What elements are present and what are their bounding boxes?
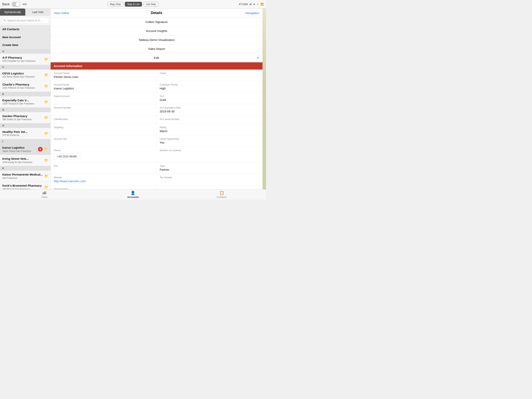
sales-report-button[interactable]: Sales Report xyxy=(51,45,262,53)
check-icon: ✓ xyxy=(257,3,259,6)
map-and-list-button[interactable]: Map & List xyxy=(125,2,142,7)
main-layout: Alphabetically Last Visit All Contacts ›… xyxy=(0,9,266,189)
new-account-item[interactable]: New Account xyxy=(0,33,51,41)
chevron-right-icon: › xyxy=(48,28,49,31)
search-bar xyxy=(0,16,51,25)
list-item-irving-street[interactable]: Irving Street Vete... 1434 Irving St San… xyxy=(0,155,51,166)
phone-field: Phone +49 2203 96490 xyxy=(51,147,157,162)
status-bar: Back 👓 Map Only Map & List List Only 47/… xyxy=(0,0,266,9)
section-header-i: I xyxy=(0,139,51,144)
wifi-icon: 📶 xyxy=(260,3,264,6)
sort-alphabetically-tab[interactable]: Alphabetically xyxy=(0,9,25,16)
upsell-opportunity-field: Upsell Opportunity Yes xyxy=(157,135,262,147)
account-number-field: Account Number xyxy=(51,104,157,116)
list-item-kaiser[interactable]: Kaiser Permanente Medical... San Francis… xyxy=(0,171,51,182)
section-header-h: H xyxy=(0,123,51,128)
navigation-button[interactable]: Navigation xyxy=(246,11,259,15)
section-header-a: A xyxy=(0,49,51,54)
contacts-icon: 📋 xyxy=(219,191,224,195)
tab-cities[interactable]: 🏙 Cities xyxy=(0,190,89,199)
folder-icon: 📁 xyxy=(44,131,49,135)
account-info-header: Account Information xyxy=(51,62,262,70)
map-background xyxy=(263,9,266,189)
toggle-switch[interactable] xyxy=(12,2,20,7)
phone-number-button[interactable]: +49 2203 96490 xyxy=(54,153,80,160)
folder-icon: 📁 xyxy=(44,73,49,77)
list-only-button[interactable]: List Only xyxy=(144,2,158,7)
view-mode-selector: Map Only Map & List List Only xyxy=(108,2,158,7)
number-of-locations-field: Number of Locations xyxy=(157,147,262,162)
account-owner-field: Account Owner Pitcher Demo User xyxy=(51,70,157,81)
list-item-garden-pharmacy[interactable]: Garden Pharmacy 390 Sutter St San Franci… xyxy=(0,112,51,123)
website-field: Website http://www.icarusinc.com xyxy=(51,174,157,185)
back-button[interactable]: Back xyxy=(2,2,10,6)
list-item-charlies-pharmacy[interactable]: Charlie's Pharmacy 1101 Fillmore St San … xyxy=(0,81,51,92)
folder-icon: 📁 xyxy=(44,84,49,88)
folder-icon: 📁 xyxy=(44,185,49,189)
status-bar-right: 47/1068 ⊞ ➤ ✓ 📶 xyxy=(239,3,264,6)
type-field: Type Partner xyxy=(157,162,262,174)
tab-accounts[interactable]: 👤 Accounts xyxy=(89,190,177,199)
detail-title: Details xyxy=(151,11,162,15)
all-contacts-item[interactable]: All Contacts › xyxy=(0,25,51,33)
map-panel xyxy=(262,9,266,189)
empty-field-right xyxy=(157,185,262,189)
list-item-kecks-pharmacy[interactable]: Keck's-Broemmel Pharmacy 490 Post St San… xyxy=(0,182,51,189)
tab-accounts-label: Accounts xyxy=(127,196,139,199)
grid-icon: ⊞ xyxy=(249,3,252,6)
folder-icon: 📁 xyxy=(44,174,49,178)
active-field: Active xyxy=(157,70,262,81)
tax-number-field: Tax Number xyxy=(157,174,262,185)
tab-bar: 🏙 Cities 👤 Accounts 📋 Contacts xyxy=(0,189,266,200)
list-item-ap-pharmacy[interactable]: A-P Pharmacy 535 Crestlake Dr San Franci… xyxy=(0,54,51,65)
detail-actions: Collect Signature Account Insights Table… xyxy=(51,18,262,62)
section-header-e: E xyxy=(0,92,51,97)
tab-contacts[interactable]: 📋 Contacts xyxy=(177,190,266,199)
tableau-demo-button[interactable]: Tableau Demo Visualization xyxy=(51,35,262,45)
edit-pencil-icon: ✏ xyxy=(257,56,259,60)
sort-tabs: Alphabetically Last Visit xyxy=(0,9,51,16)
fax-field: Fax xyxy=(51,162,157,174)
chevron-right-icon-2: › xyxy=(48,44,49,46)
detail-panel: View Online Details Navigation Collect S… xyxy=(51,9,262,189)
cities-icon: 🏙 xyxy=(43,191,46,195)
folder-icon: 📁 xyxy=(44,100,49,104)
section-header-c: C xyxy=(0,65,51,70)
collect-signature-button[interactable]: Collect Signature xyxy=(51,18,262,26)
sort-last-visit-tab[interactable]: Last Visit xyxy=(25,9,51,16)
tab-contacts-label: Contacts xyxy=(217,196,227,199)
detail-header: View Online Details Navigation xyxy=(51,9,262,18)
section-header-g: G xyxy=(0,108,51,112)
binoculars-icon: 👓 xyxy=(22,2,27,7)
notification-badge: 3 xyxy=(38,147,43,152)
sla-serial-number-field: SLA Serial Number xyxy=(157,116,262,124)
customer-priority-field: Customer Priority High xyxy=(157,81,262,93)
map-only-button[interactable]: Map Only xyxy=(108,2,123,7)
list-item-icarus-logistics[interactable]: Icarus Logistics Taylor Street San Franc… xyxy=(0,144,51,155)
sla-field: SLA Gold xyxy=(157,93,262,104)
create-new-item[interactable]: Create New › xyxy=(0,41,51,49)
status-bar-left: Back 👓 xyxy=(2,2,27,7)
client-number-field: ClientNumber xyxy=(51,116,157,124)
accounts-icon: 👤 xyxy=(130,191,135,195)
account-name-field: Account Name Icarus Logistics xyxy=(51,81,157,93)
segmentation-field: Segmentation A1 xyxy=(51,185,157,189)
folder-icon: 📁 xyxy=(44,57,49,61)
list-item-ceva-logistics[interactable]: CEVA Logistics 201 Berry Street San Fran… xyxy=(0,70,51,81)
list-item-healthy-pets[interactable]: Healthy Pets Vet... 373 W Portal Av... 📁 xyxy=(0,128,51,139)
parent-account-field: Parent Account xyxy=(51,93,157,104)
account-list: All Contacts › New Account Create New › … xyxy=(0,25,51,189)
search-input[interactable] xyxy=(1,17,49,24)
targeting-field: Targeting xyxy=(51,124,157,135)
detail-scroll-area: Account Information Account Owner Pitche… xyxy=(51,62,262,189)
edit-button[interactable]: Edit ✏ xyxy=(51,53,262,62)
account-insights-button[interactable]: Account Insights xyxy=(51,26,262,35)
record-count: 47/1068 xyxy=(239,3,248,6)
list-item-especially-cats[interactable]: Especially Cats V... 1339 Taraval St San… xyxy=(0,97,51,108)
sla-expiration-field: SLA Expiration Date 2015-06-30 xyxy=(157,104,262,116)
view-online-button[interactable]: View Online xyxy=(54,11,69,15)
folder-icon: 📁 xyxy=(44,147,49,151)
tab-cities-label: Cities xyxy=(41,196,48,199)
location-icon: ➤ xyxy=(253,3,255,6)
account-fields-grid: Account Owner Pitcher Demo User Active A… xyxy=(51,70,262,189)
